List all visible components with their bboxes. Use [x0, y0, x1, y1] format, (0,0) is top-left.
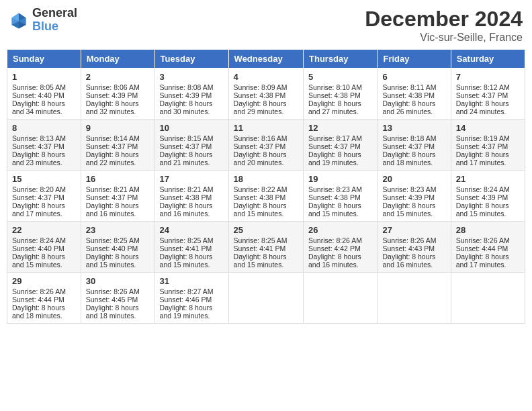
header: General Blue December 2024 Vic-sur-Seill… — [7, 7, 525, 44]
sunrise-label: Sunrise: 8:24 AM — [456, 185, 510, 193]
day-number: 23 — [86, 225, 150, 235]
daylight-label: Daylight: 8 hours and 17 minutes. — [456, 150, 509, 167]
daylight-label: Daylight: 8 hours and 16 minutes. — [86, 201, 139, 218]
sunset-label: Sunset: 4:37 PM — [12, 142, 64, 150]
sunrise-label: Sunrise: 8:27 AM — [160, 287, 214, 295]
daylight-label: Daylight: 8 hours and 29 minutes. — [234, 99, 287, 116]
sunrise-label: Sunrise: 8:19 AM — [456, 134, 510, 142]
calendar-cell: 13 Sunrise: 8:18 AM Sunset: 4:37 PM Dayl… — [378, 120, 451, 171]
sunset-label: Sunset: 4:38 PM — [308, 91, 361, 99]
day-number: 13 — [382, 123, 445, 133]
calendar-cell: 19 Sunrise: 8:23 AM Sunset: 4:38 PM Dayl… — [304, 171, 378, 222]
day-number: 1 — [12, 72, 76, 82]
day-number: 29 — [12, 276, 76, 286]
day-number: 20 — [382, 174, 445, 184]
calendar-cell: 4 Sunrise: 8:09 AM Sunset: 4:38 PM Dayli… — [228, 68, 303, 120]
daylight-label: Daylight: 8 hours and 16 minutes. — [160, 201, 213, 218]
daylight-label: Daylight: 8 hours and 15 minutes. — [234, 253, 287, 269]
daylight-label: Daylight: 8 hours and 15 minutes. — [12, 253, 65, 269]
sunrise-label: Sunrise: 8:26 AM — [86, 287, 140, 295]
calendar-cell: 2 Sunrise: 8:06 AM Sunset: 4:39 PM Dayli… — [81, 68, 154, 120]
sunset-label: Sunset: 4:39 PM — [382, 193, 435, 201]
sunrise-label: Sunrise: 8:05 AM — [12, 83, 66, 91]
calendar-cell: 21 Sunrise: 8:24 AM Sunset: 4:39 PM Dayl… — [451, 171, 525, 222]
day-number: 21 — [456, 174, 520, 184]
sunset-label: Sunset: 4:44 PM — [456, 244, 508, 253]
calendar-cell: 25 Sunrise: 8:25 AM Sunset: 4:41 PM Dayl… — [228, 222, 303, 273]
calendar-cell: 3 Sunrise: 8:08 AM Sunset: 4:39 PM Dayli… — [154, 68, 228, 120]
day-number: 8 — [12, 123, 76, 133]
sunset-label: Sunset: 4:41 PM — [160, 244, 212, 253]
sunset-label: Sunset: 4:39 PM — [86, 91, 138, 99]
day-number: 17 — [160, 174, 224, 184]
calendar-week-row: 29 Sunrise: 8:26 AM Sunset: 4:44 PM Dayl… — [7, 273, 525, 324]
sunset-label: Sunset: 4:39 PM — [160, 91, 212, 99]
daylight-label: Daylight: 8 hours and 16 minutes. — [308, 253, 361, 269]
daylight-label: Daylight: 8 hours and 15 minutes. — [234, 201, 287, 218]
col-header-monday: Monday — [81, 50, 154, 68]
daylight-label: Daylight: 8 hours and 16 minutes. — [382, 253, 435, 269]
sunrise-label: Sunrise: 8:26 AM — [12, 287, 66, 295]
daylight-label: Daylight: 8 hours and 15 minutes. — [86, 253, 139, 269]
day-number: 4 — [234, 72, 298, 82]
calendar-cell: 10 Sunrise: 8:15 AM Sunset: 4:37 PM Dayl… — [154, 120, 228, 171]
sunrise-label: Sunrise: 8:22 AM — [234, 185, 287, 193]
daylight-label: Daylight: 8 hours and 22 minutes. — [86, 150, 139, 167]
col-header-saturday: Saturday — [451, 50, 525, 68]
calendar-cell: 6 Sunrise: 8:11 AM Sunset: 4:38 PM Dayli… — [378, 68, 451, 120]
sunset-label: Sunset: 4:37 PM — [12, 193, 64, 201]
daylight-label: Daylight: 8 hours and 18 minutes. — [12, 304, 65, 320]
day-number: 30 — [86, 276, 150, 286]
calendar-cell: 17 Sunrise: 8:21 AM Sunset: 4:38 PM Dayl… — [154, 171, 228, 222]
sunset-label: Sunset: 4:38 PM — [234, 91, 286, 99]
calendar-cell: 12 Sunrise: 8:17 AM Sunset: 4:37 PM Dayl… — [304, 120, 378, 171]
sunrise-label: Sunrise: 8:26 AM — [456, 236, 510, 244]
col-header-wednesday: Wednesday — [228, 50, 303, 68]
sunset-label: Sunset: 4:43 PM — [382, 244, 435, 253]
day-number: 18 — [234, 174, 298, 184]
sunset-label: Sunset: 4:37 PM — [308, 142, 361, 150]
calendar-cell: 30 Sunrise: 8:26 AM Sunset: 4:45 PM Dayl… — [81, 273, 154, 324]
calendar-cell: 15 Sunrise: 8:20 AM Sunset: 4:37 PM Dayl… — [7, 171, 81, 222]
calendar: SundayMondayTuesdayWednesdayThursdayFrid… — [7, 49, 525, 324]
sunrise-label: Sunrise: 8:25 AM — [86, 236, 140, 244]
daylight-label: Daylight: 8 hours and 15 minutes. — [382, 201, 435, 218]
day-number: 19 — [308, 174, 372, 184]
daylight-label: Daylight: 8 hours and 18 minutes. — [382, 150, 435, 167]
calendar-cell: 27 Sunrise: 8:26 AM Sunset: 4:43 PM Dayl… — [378, 222, 451, 273]
sunrise-label: Sunrise: 8:25 AM — [160, 236, 214, 244]
calendar-cell: 24 Sunrise: 8:25 AM Sunset: 4:41 PM Dayl… — [154, 222, 228, 273]
sunset-label: Sunset: 4:40 PM — [12, 91, 64, 99]
day-number: 7 — [456, 72, 520, 82]
sunrise-label: Sunrise: 8:16 AM — [234, 134, 287, 142]
sunset-label: Sunset: 4:46 PM — [160, 295, 212, 304]
sunrise-label: Sunrise: 8:08 AM — [160, 83, 214, 91]
sunset-label: Sunset: 4:39 PM — [456, 193, 508, 201]
calendar-cell — [378, 273, 451, 324]
sunrise-label: Sunrise: 8:18 AM — [382, 134, 436, 142]
daylight-label: Daylight: 8 hours and 18 minutes. — [86, 304, 139, 320]
sunrise-label: Sunrise: 8:21 AM — [160, 185, 214, 193]
day-number: 10 — [160, 123, 224, 133]
sunrise-label: Sunrise: 8:25 AM — [234, 236, 287, 244]
sunset-label: Sunset: 4:44 PM — [12, 295, 64, 304]
calendar-cell: 1 Sunrise: 8:05 AM Sunset: 4:40 PM Dayli… — [7, 68, 81, 120]
day-number: 15 — [12, 174, 76, 184]
sunrise-label: Sunrise: 8:11 AM — [382, 83, 436, 91]
calendar-cell: 31 Sunrise: 8:27 AM Sunset: 4:46 PM Dayl… — [154, 273, 228, 324]
calendar-cell: 22 Sunrise: 8:24 AM Sunset: 4:40 PM Dayl… — [7, 222, 81, 273]
sunset-label: Sunset: 4:37 PM — [456, 91, 508, 99]
calendar-cell: 16 Sunrise: 8:21 AM Sunset: 4:37 PM Dayl… — [81, 171, 154, 222]
sunrise-label: Sunrise: 8:20 AM — [12, 185, 66, 193]
sunset-label: Sunset: 4:40 PM — [86, 244, 138, 253]
daylight-label: Daylight: 8 hours and 27 minutes. — [308, 99, 361, 116]
sunrise-label: Sunrise: 8:24 AM — [12, 236, 66, 244]
day-number: 31 — [160, 276, 224, 286]
day-number: 3 — [160, 72, 224, 82]
daylight-label: Daylight: 8 hours and 15 minutes. — [456, 201, 509, 218]
calendar-week-row: 22 Sunrise: 8:24 AM Sunset: 4:40 PM Dayl… — [7, 222, 525, 273]
day-number: 27 — [382, 225, 445, 235]
sunset-label: Sunset: 4:38 PM — [382, 91, 435, 99]
logo-icon — [9, 11, 28, 30]
daylight-label: Daylight: 8 hours and 17 minutes. — [12, 201, 65, 218]
